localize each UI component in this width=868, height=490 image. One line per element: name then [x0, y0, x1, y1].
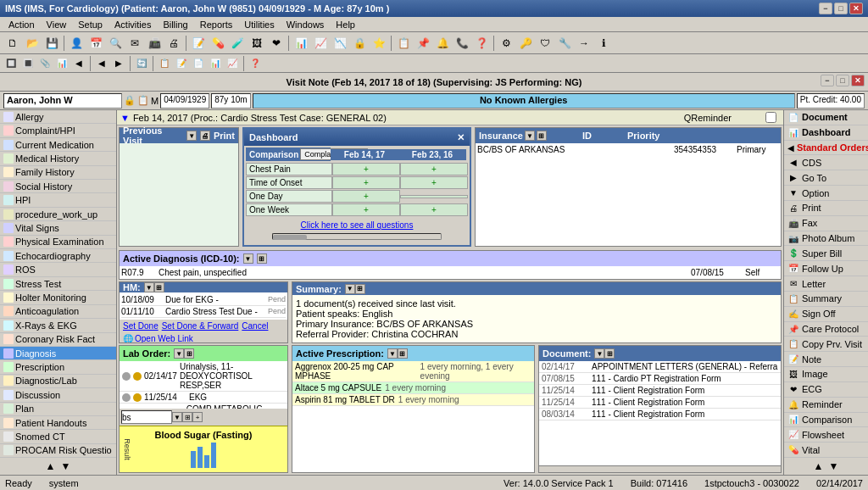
right-down[interactable]: ▼	[827, 459, 841, 473]
tb2-11[interactable]: 📄	[191, 56, 206, 71]
tb-image[interactable]: 🖼	[248, 34, 266, 53]
tb-ecg[interactable]: ❤	[267, 34, 286, 53]
menu-billing[interactable]: Billing	[158, 19, 192, 31]
right-btn-option[interactable]: ▼ Option	[784, 186, 868, 201]
sidebar-item-allergy[interactable]: Allergy	[0, 110, 116, 124]
right-btn-signoff[interactable]: ✍ Sign Off	[784, 307, 868, 322]
rx-sort[interactable]: ⊞	[398, 348, 408, 359]
dashboard-scrollbar[interactable]	[272, 233, 442, 240]
tb-arrow-r[interactable]: →	[575, 34, 593, 53]
tb-shield[interactable]: 🛡	[536, 34, 554, 53]
insurance-sort[interactable]: ⊞	[537, 131, 547, 141]
lab-search-input[interactable]	[121, 410, 172, 424]
right-btn-letter[interactable]: ✉ Letter	[784, 276, 868, 292]
prev-visit-filter[interactable]: ▼	[186, 131, 197, 141]
tb-chart[interactable]: 📊	[292, 34, 310, 53]
tb-lock[interactable]: 🔒	[350, 34, 369, 53]
minimize-button[interactable]: −	[819, 3, 832, 14]
sidebar-item-prescription[interactable]: Prescription	[0, 360, 116, 374]
tb-alert[interactable]: 🔔	[433, 34, 452, 53]
tb2-10[interactable]: 📝	[174, 56, 189, 71]
menu-activities[interactable]: Activities	[109, 19, 156, 31]
sidebar-item-procam[interactable]: PROCAM Risk Questio	[0, 444, 116, 458]
diag-filter[interactable]: ▼	[243, 253, 253, 264]
open-web-text[interactable]: Open Web Link	[135, 334, 193, 343]
sidebar-item-anticoag[interactable]: Anticoagulation	[0, 305, 116, 319]
rx-filter[interactable]: ▼	[387, 348, 398, 359]
tb2-8[interactable]: 🔄	[134, 56, 149, 71]
tb-calendar[interactable]: 📅	[86, 34, 105, 53]
menu-help[interactable]: Help	[331, 19, 360, 31]
menu-view[interactable]: View	[42, 19, 72, 31]
right-btn-goto[interactable]: ▶ Go To	[784, 170, 868, 186]
dashboard-close-btn[interactable]: ✕	[457, 132, 465, 143]
right-btn-photo[interactable]: 📷 Photo Album	[784, 231, 868, 247]
visit-minimize[interactable]: −	[821, 75, 834, 86]
right-btn-superbill[interactable]: 💲 Super Bill	[784, 246, 868, 261]
lab-sort[interactable]: ⊞	[184, 348, 194, 359]
tb-save[interactable]: 💾	[42, 34, 61, 53]
sidebar-item-echo[interactable]: Echocardiography	[0, 249, 116, 263]
tb2-4[interactable]: 📊	[54, 56, 70, 71]
set-done-btn[interactable]: Set Done	[123, 321, 159, 331]
right-btn-comparison[interactable]: 📊 Comparison	[784, 413, 868, 428]
visit-close[interactable]: ✕	[851, 75, 865, 86]
doc-filter[interactable]: ▼	[594, 348, 604, 359]
open-web-link[interactable]: 🌐 Open Web Link	[123, 334, 193, 343]
right-btn-followup[interactable]: 📅 Follow Up	[784, 261, 868, 276]
sidebar-item-coronary[interactable]: Coronary Risk Fact	[0, 333, 116, 347]
menu-setup[interactable]: Setup	[73, 19, 108, 31]
tb2-7[interactable]: ▶	[111, 56, 126, 71]
sidebar-item-plan[interactable]: Plan	[0, 403, 116, 416]
qreminder-checkbox[interactable]	[765, 112, 776, 123]
summary-sort[interactable]: ⊞	[355, 284, 365, 294]
tb-list[interactable]: 📋	[394, 34, 413, 53]
sidebar-item-snomed[interactable]: Snomed CT	[0, 430, 116, 443]
tb-print[interactable]: 🖨	[164, 34, 183, 53]
tb-rx[interactable]: 💊	[209, 34, 227, 53]
right-btn-note[interactable]: 📝 Note	[784, 352, 868, 367]
menu-windows[interactable]: Windows	[281, 19, 330, 31]
right-up[interactable]: ▲	[812, 459, 826, 473]
right-btn-reminder[interactable]: 🔔 Reminder	[784, 398, 868, 413]
tb-help[interactable]: ❓	[472, 34, 491, 53]
tb2-6[interactable]: ◀	[94, 56, 109, 71]
sidebar-item-hpi[interactable]: HPI	[0, 193, 116, 207]
sidebar-item-family-history[interactable]: Family History	[0, 166, 116, 180]
diag-sort[interactable]: ⊞	[257, 253, 267, 264]
tb2-5[interactable]: ◀	[71, 56, 86, 71]
menu-utilities[interactable]: Utilities	[239, 19, 279, 31]
lab-search-sort[interactable]: ⊞	[182, 412, 192, 422]
tb-ref[interactable]: 📌	[414, 34, 432, 53]
tb-note[interactable]: 📝	[189, 34, 208, 53]
summary-filter[interactable]: ▼	[345, 284, 355, 294]
sidebar-item-medication[interactable]: Current Medication	[0, 138, 116, 152]
tb-phone[interactable]: 📞	[453, 34, 471, 53]
right-btn-dashboard[interactable]: 📊 Dashboard	[784, 125, 868, 141]
lab-search-filter[interactable]: ▼	[172, 412, 182, 422]
sidebar-item-discussion[interactable]: Discussion	[0, 388, 116, 402]
prev-visit-print[interactable]: 🖨	[200, 131, 210, 141]
right-btn-cds[interactable]: ◀ CDS	[784, 155, 868, 170]
tb-vital[interactable]: 📉	[331, 34, 349, 53]
tb-flow[interactable]: 📈	[311, 34, 330, 53]
tb-open[interactable]: 📂	[23, 34, 42, 53]
doc-sort[interactable]: ⊞	[604, 348, 615, 359]
sidebar-item-vitals[interactable]: Vital Signs	[0, 221, 116, 235]
right-btn-vital[interactable]: 💊 Vital	[784, 443, 868, 458]
tb-info[interactable]: ℹ	[594, 34, 613, 53]
tb2-9[interactable]: 📋	[157, 56, 172, 71]
right-btn-standard-orders[interactable]: ◀ Standard Orders	[784, 141, 868, 156]
sidebar-item-ros[interactable]: ROS	[0, 263, 116, 276]
tb2-1[interactable]: 🔲	[3, 56, 19, 71]
tb-star[interactable]: ⭐	[370, 34, 388, 53]
sidebar-item-diagnostic[interactable]: Diagnostic/Lab	[0, 375, 116, 388]
tb-new[interactable]: 🗋	[3, 34, 22, 53]
right-btn-fax[interactable]: 📠 Fax	[784, 216, 868, 231]
right-btn-summary[interactable]: 📋 Summary	[784, 292, 868, 307]
lab-filter[interactable]: ▼	[174, 348, 184, 359]
visit-maximize[interactable]: □	[836, 75, 849, 86]
tb2-13[interactable]: 📈	[225, 56, 240, 71]
set-done-fwd-btn[interactable]: Set Done & Forward	[162, 321, 239, 331]
tb-filter[interactable]: 🔧	[555, 34, 574, 53]
